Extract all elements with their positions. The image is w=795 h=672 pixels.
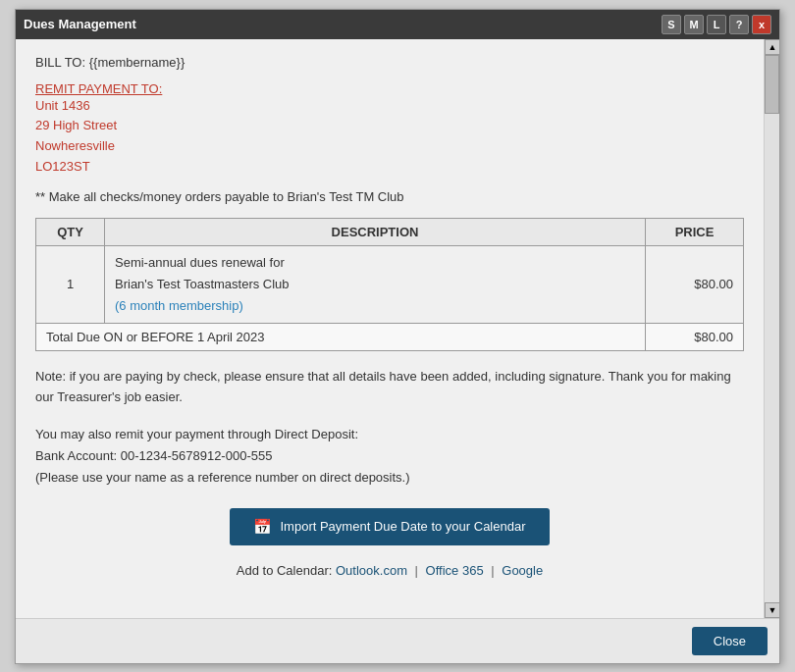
separator-1: | bbox=[415, 563, 418, 578]
separator-2: | bbox=[491, 563, 494, 578]
title-bar-right: S M L ? x bbox=[662, 15, 771, 34]
remit-to-section: REMIT PAYMENT TO: Unit 1436 29 High Stre… bbox=[35, 81, 744, 178]
remit-address-line3: Nowheresville bbox=[35, 136, 744, 157]
content-area: BILL TO: {{membername}} REMIT PAYMENT TO… bbox=[16, 39, 779, 618]
remit-address-line2: 29 High Street bbox=[35, 116, 744, 136]
main-scroll-area: BILL TO: {{membername}} REMIT PAYMENT TO… bbox=[16, 39, 764, 618]
bill-to-value: {{membername}} bbox=[89, 55, 186, 70]
size-medium-button[interactable]: M bbox=[684, 15, 704, 34]
bill-to-label: BILL TO: bbox=[35, 55, 85, 70]
calendar-icon: 📅 bbox=[253, 518, 272, 536]
remit-address-line4: LO123ST bbox=[35, 157, 744, 178]
add-to-calendar-section: Add to Calendar: Outlook.com | Office 36… bbox=[35, 555, 744, 594]
size-large-button[interactable]: L bbox=[707, 15, 726, 34]
footer-bar: Close bbox=[16, 618, 779, 663]
scrollbar-arrow-down[interactable]: ▼ bbox=[765, 602, 780, 618]
close-button[interactable]: Close bbox=[692, 627, 768, 655]
total-label: Total Due ON or BEFORE 1 April 2023 bbox=[36, 323, 646, 350]
description-cell: Semi-annual dues renewal for Brian's Tes… bbox=[105, 245, 646, 323]
qty-cell: 1 bbox=[36, 245, 105, 323]
import-button-label: Import Payment Due Date to your Calendar bbox=[280, 519, 525, 534]
description-line1: Semi-annual dues renewal for bbox=[115, 252, 635, 274]
title-bar-left: Dues Management bbox=[24, 17, 136, 31]
price-header: PRICE bbox=[646, 218, 744, 245]
note-section: Note: if you are paying by check, please… bbox=[35, 367, 744, 408]
window-title: Dues Management bbox=[24, 17, 136, 31]
google-calendar-link[interactable]: Google bbox=[502, 563, 543, 578]
dd-line1: You may also remit your payment through … bbox=[35, 424, 744, 445]
scrollbar-thumb[interactable] bbox=[765, 55, 779, 114]
calendar-button-area: 📅 Import Payment Due Date to your Calend… bbox=[35, 489, 744, 555]
table-row: 1 Semi-annual dues renewal for Brian's T… bbox=[36, 245, 744, 323]
remit-address-line1: Unit 1436 bbox=[35, 96, 744, 117]
description-line2: Brian's Test Toastmasters Club bbox=[115, 274, 635, 295]
dues-table: QTY DESCRIPTION PRICE 1 Semi-annual dues… bbox=[35, 218, 744, 351]
dd-line2: Bank Account: 00-1234-5678912-000-555 bbox=[35, 445, 744, 467]
remit-to-title: REMIT PAYMENT TO: bbox=[35, 81, 744, 96]
import-calendar-button[interactable]: 📅 Import Payment Due Date to your Calend… bbox=[230, 508, 549, 545]
total-row: Total Due ON or BEFORE 1 April 2023 $80.… bbox=[36, 323, 744, 350]
close-window-button[interactable]: x bbox=[752, 15, 771, 34]
title-bar: Dues Management S M L ? x bbox=[16, 10, 779, 39]
price-cell: $80.00 bbox=[646, 245, 744, 323]
office365-calendar-link[interactable]: Office 365 bbox=[426, 563, 484, 578]
remit-address: Unit 1436 29 High Street Nowheresville L… bbox=[35, 96, 744, 178]
scrollbar-arrow-up[interactable]: ▲ bbox=[765, 39, 780, 55]
help-button[interactable]: ? bbox=[729, 15, 749, 34]
size-small-button[interactable]: S bbox=[662, 15, 681, 34]
total-price: $80.00 bbox=[646, 323, 744, 350]
description-header: DESCRIPTION bbox=[105, 218, 646, 245]
dues-management-window: Dues Management S M L ? x BILL TO: {{mem… bbox=[15, 9, 780, 664]
outlook-calendar-link[interactable]: Outlook.com bbox=[336, 563, 407, 578]
dd-line3: (Please use your name as a reference num… bbox=[35, 467, 744, 489]
add-to-calendar-prefix: Add to Calendar: bbox=[237, 563, 333, 578]
bill-to-section: BILL TO: {{membername}} bbox=[35, 55, 744, 70]
scrollbar-track: ▲ ▼ bbox=[764, 39, 779, 618]
description-line3: (6 month membership) bbox=[115, 295, 635, 317]
qty-header: QTY bbox=[36, 218, 105, 245]
checks-note: ** Make all checks/money orders payable … bbox=[35, 189, 744, 204]
direct-deposit-section: You may also remit your payment through … bbox=[35, 424, 744, 489]
